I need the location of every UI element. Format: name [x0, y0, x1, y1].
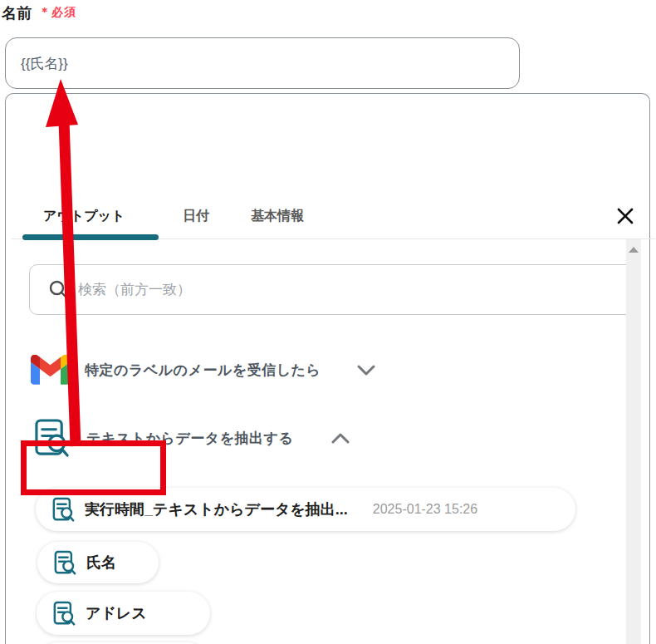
close-icon	[616, 207, 634, 225]
extract-text-icon	[34, 418, 70, 459]
search-icon	[48, 279, 70, 301]
tab-date-label: 日付	[183, 209, 209, 223]
output-item-address[interactable]: アドレス	[37, 592, 210, 635]
output-item-name[interactable]: 氏名	[37, 542, 159, 583]
group-gmail-label: 特定のラベルのメールを受信したら	[85, 361, 321, 380]
group-extract-text[interactable]: テキストからデータを抽出する	[34, 418, 350, 459]
extract-text-icon	[52, 497, 75, 523]
tab-output-label: アウトプット	[43, 209, 125, 223]
tab-basic-info[interactable]: 基本情報	[251, 208, 304, 225]
extract-text-icon	[54, 550, 76, 576]
group-extract-label: テキストからデータを抽出する	[86, 429, 293, 448]
tab-date[interactable]: 日付	[183, 208, 209, 225]
field-label: 名前	[2, 3, 32, 23]
output-item-runtime[interactable]: 実行時間_テキストからデータを抽出... 2025-01-23 15:26	[36, 488, 575, 531]
scrollbar-up-arrow-icon[interactable]	[626, 247, 641, 253]
name-input[interactable]	[5, 37, 520, 89]
extract-text-icon	[53, 601, 76, 627]
close-button[interactable]	[613, 204, 638, 229]
field-label-row: 名前 ＊必須	[2, 3, 76, 23]
tab-basic-info-label: 基本情報	[251, 209, 304, 223]
chevron-down-icon	[357, 365, 375, 376]
required-badge: ＊必須	[39, 5, 76, 20]
group-gmail-trigger[interactable]: 特定のラベルのメールを受信したら	[31, 355, 375, 385]
output-picker-panel: アウトプット 日付 基本情報 特定のラベルのメールを受信したら	[5, 93, 650, 644]
tab-output[interactable]: アウトプット	[43, 208, 125, 225]
scrollbar[interactable]	[626, 239, 641, 644]
search-box	[29, 264, 639, 315]
active-tab-underline	[22, 234, 159, 240]
gmail-icon	[31, 355, 70, 385]
output-item-label: 氏名	[86, 553, 116, 573]
output-item-label: 実行時間_テキストからデータを抽出...	[85, 499, 348, 519]
output-item-timestamp: 2025-01-23 15:26	[373, 502, 477, 517]
chevron-up-icon	[331, 433, 350, 444]
search-input[interactable]	[76, 273, 638, 307]
output-item-label: アドレス	[86, 603, 147, 623]
